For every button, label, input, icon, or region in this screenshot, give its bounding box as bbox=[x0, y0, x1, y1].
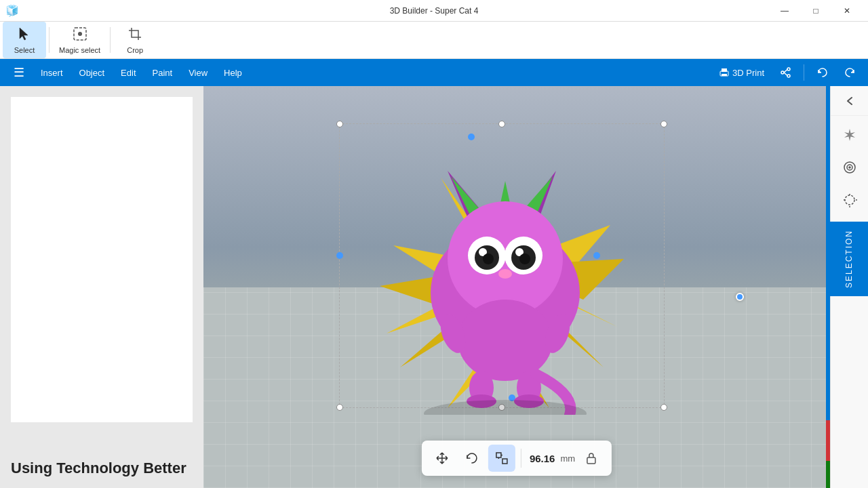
back-button[interactable] bbox=[831, 86, 868, 116]
maximize-button[interactable]: □ bbox=[800, 0, 831, 22]
title-bar-controls: — □ ✕ bbox=[769, 0, 863, 22]
svg-point-43 bbox=[458, 300, 553, 381]
svg-point-59 bbox=[845, 195, 854, 205]
color-bars bbox=[826, 86, 830, 488]
effects-tool-button[interactable] bbox=[835, 152, 865, 182]
svg-point-38 bbox=[498, 269, 512, 279]
3d-cat-model[interactable] bbox=[339, 123, 665, 415]
magic-select-tool[interactable]: Magic select bbox=[52, 22, 107, 58]
svg-line-9 bbox=[784, 70, 787, 73]
redo-button[interactable] bbox=[837, 62, 863, 83]
hamburger-menu[interactable]: ☰ bbox=[5, 60, 33, 85]
toolbar: Select Magic select Crop bbox=[0, 22, 868, 59]
right-panel: Selection bbox=[830, 86, 868, 488]
app-icon: 🧊 bbox=[5, 4, 19, 17]
share-button[interactable] bbox=[774, 63, 798, 82]
selection-label: Selection bbox=[844, 230, 854, 288]
menu-help[interactable]: Help bbox=[216, 62, 250, 83]
selection-panel: Selection bbox=[830, 222, 868, 296]
svg-point-37 bbox=[519, 253, 530, 264]
svg-rect-55 bbox=[587, 458, 595, 464]
menu-paint[interactable]: Paint bbox=[144, 62, 181, 83]
dimension-unit: mm bbox=[560, 453, 575, 464]
menu-divider bbox=[804, 64, 804, 81]
toolbar-sep-1 bbox=[49, 27, 50, 53]
undo-button[interactable] bbox=[810, 62, 835, 83]
magic-select-icon bbox=[73, 26, 87, 45]
menu-edit[interactable]: Edit bbox=[113, 62, 144, 83]
left-panel-text: Using Technology Better bbox=[0, 449, 197, 488]
toolbar-sep-2 bbox=[110, 27, 111, 53]
svg-rect-4 bbox=[722, 68, 727, 72]
svg-point-6 bbox=[787, 68, 790, 70]
svg-point-8 bbox=[781, 71, 784, 74]
lock-button[interactable] bbox=[578, 445, 605, 472]
select-tool[interactable]: Select bbox=[3, 22, 46, 58]
menu-object[interactable]: Object bbox=[71, 62, 113, 83]
scale-button[interactable] bbox=[488, 445, 515, 472]
main-area: Using Technology Better bbox=[0, 86, 868, 488]
color-bar-green bbox=[826, 461, 830, 488]
magic-select-label: Magic select bbox=[59, 46, 100, 54]
menu-view[interactable]: View bbox=[180, 62, 216, 83]
svg-point-50 bbox=[424, 400, 587, 415]
svg-point-2 bbox=[78, 32, 82, 36]
svg-rect-52 bbox=[502, 459, 507, 464]
lasso-tool-button[interactable] bbox=[835, 185, 865, 215]
select-label: Select bbox=[14, 46, 35, 54]
cursor-indicator bbox=[736, 293, 744, 301]
select-icon bbox=[17, 26, 32, 45]
title-bar-left: 🧊 bbox=[5, 4, 19, 17]
sparkle-tool-button[interactable] bbox=[835, 120, 865, 150]
3d-print-button[interactable]: 3D Print bbox=[712, 63, 771, 82]
close-button[interactable]: ✕ bbox=[831, 0, 863, 22]
viewport[interactable]: 96.16 mm bbox=[203, 86, 830, 488]
svg-point-36 bbox=[483, 253, 494, 264]
menu-insert[interactable]: Insert bbox=[33, 62, 71, 83]
left-panel-title: Using Technology Better bbox=[11, 460, 186, 476]
crop-icon bbox=[127, 26, 142, 45]
float-toolbar: 96.16 mm bbox=[422, 441, 612, 476]
move-button[interactable] bbox=[429, 445, 456, 472]
svg-rect-5 bbox=[722, 74, 727, 76]
menu-actions: 3D Print bbox=[712, 62, 863, 83]
crop-tool[interactable]: Crop bbox=[113, 22, 157, 58]
minimize-button[interactable]: — bbox=[769, 0, 800, 22]
svg-rect-51 bbox=[496, 453, 501, 458]
svg-line-10 bbox=[784, 73, 787, 76]
undo-redo-group bbox=[810, 62, 863, 83]
svg-point-7 bbox=[787, 75, 790, 77]
3d-print-label: 3D Print bbox=[732, 68, 764, 78]
menu-bar: ☰ Insert Object Edit Paint View Help 3D … bbox=[0, 59, 868, 86]
window-title: 3D Builder - Super Cat 4 bbox=[390, 6, 479, 16]
dimension-value: 96.16 bbox=[527, 453, 558, 464]
rotate-button[interactable] bbox=[458, 445, 486, 472]
left-panel-content bbox=[11, 97, 193, 422]
left-panel: Using Technology Better bbox=[0, 86, 203, 488]
title-bar: 🧊 3D Builder - Super Cat 4 — □ ✕ bbox=[0, 0, 868, 22]
svg-point-58 bbox=[849, 167, 850, 168]
color-bar-red bbox=[826, 420, 830, 461]
color-bar-blue bbox=[826, 86, 830, 420]
crop-label: Crop bbox=[127, 46, 143, 54]
svg-marker-0 bbox=[20, 28, 28, 40]
cat-svg bbox=[339, 123, 665, 415]
float-sep bbox=[521, 449, 521, 468]
